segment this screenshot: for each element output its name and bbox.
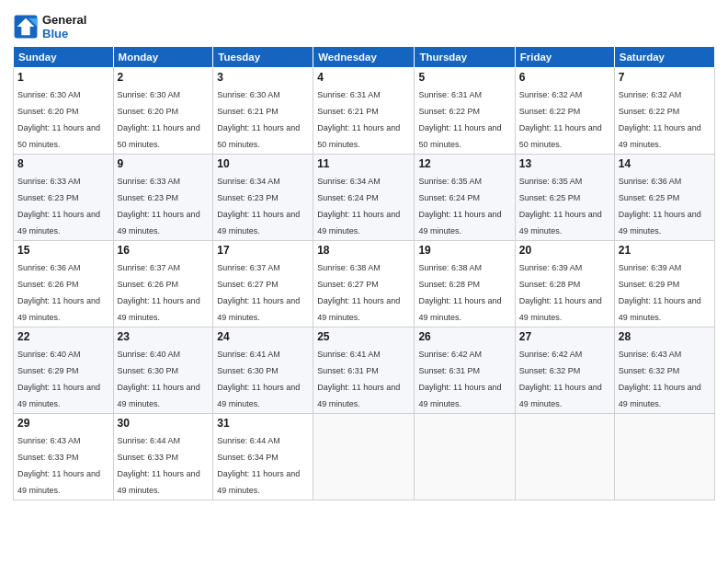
- day-info: Sunrise: 6:37 AMSunset: 6:27 PMDaylight:…: [217, 263, 300, 322]
- calendar-week-row: 1 Sunrise: 6:30 AMSunset: 6:20 PMDayligh…: [14, 68, 715, 155]
- calendar-cell: 20 Sunrise: 6:39 AMSunset: 6:28 PMDaylig…: [515, 241, 614, 327]
- day-info: Sunrise: 6:35 AMSunset: 6:25 PMDaylight:…: [519, 177, 602, 236]
- day-number: 31: [217, 417, 309, 430]
- calendar-week-row: 22 Sunrise: 6:40 AMSunset: 6:29 PMDaylig…: [14, 327, 715, 414]
- day-info: Sunrise: 6:36 AMSunset: 6:26 PMDaylight:…: [17, 263, 100, 322]
- calendar-week-row: 29 Sunrise: 6:43 AMSunset: 6:33 PMDaylig…: [14, 414, 715, 500]
- day-number: 7: [619, 71, 711, 84]
- day-info: Sunrise: 6:40 AMSunset: 6:29 PMDaylight:…: [17, 350, 100, 408]
- day-number: 22: [17, 330, 109, 343]
- calendar-col-saturday: Saturday: [614, 47, 714, 68]
- day-info: Sunrise: 6:40 AMSunset: 6:30 PMDaylight:…: [118, 350, 200, 408]
- calendar-week-row: 15 Sunrise: 6:36 AMSunset: 6:26 PMDaylig…: [14, 241, 715, 327]
- day-info: Sunrise: 6:38 AMSunset: 6:28 PMDaylight:…: [418, 263, 501, 322]
- calendar-cell: 21 Sunrise: 6:39 AMSunset: 6:29 PMDaylig…: [614, 241, 714, 327]
- logo: General Blue: [13, 13, 86, 40]
- day-number: 30: [118, 417, 210, 430]
- calendar-cell: 19 Sunrise: 6:38 AMSunset: 6:28 PMDaylig…: [415, 241, 515, 327]
- calendar-cell: 24 Sunrise: 6:41 AMSunset: 6:30 PMDaylig…: [213, 327, 313, 414]
- calendar-cell: 16 Sunrise: 6:37 AMSunset: 6:26 PMDaylig…: [113, 241, 213, 327]
- day-info: Sunrise: 6:41 AMSunset: 6:30 PMDaylight:…: [217, 350, 300, 408]
- calendar-col-thursday: Thursday: [415, 47, 515, 68]
- page: General Blue SundayMondayTuesdayWednesda…: [0, 0, 728, 563]
- calendar-cell: 25 Sunrise: 6:41 AMSunset: 6:31 PMDaylig…: [313, 327, 415, 414]
- calendar-col-tuesday: Tuesday: [213, 47, 313, 68]
- day-info: Sunrise: 6:31 AMSunset: 6:21 PMDaylight:…: [317, 90, 400, 149]
- calendar-cell: 8 Sunrise: 6:33 AMSunset: 6:23 PMDayligh…: [14, 155, 114, 241]
- calendar-col-wednesday: Wednesday: [313, 47, 415, 68]
- calendar-col-monday: Monday: [113, 47, 213, 68]
- day-info: Sunrise: 6:34 AMSunset: 6:24 PMDaylight:…: [317, 177, 400, 236]
- day-number: 10: [217, 157, 309, 170]
- calendar-cell: 22 Sunrise: 6:40 AMSunset: 6:29 PMDaylig…: [14, 327, 114, 414]
- day-info: Sunrise: 6:44 AMSunset: 6:33 PMDaylight:…: [118, 436, 200, 495]
- day-number: 26: [418, 330, 510, 343]
- day-info: Sunrise: 6:42 AMSunset: 6:31 PMDaylight:…: [418, 350, 501, 408]
- day-info: Sunrise: 6:42 AMSunset: 6:32 PMDaylight:…: [519, 350, 602, 408]
- calendar-cell: 26 Sunrise: 6:42 AMSunset: 6:31 PMDaylig…: [415, 327, 515, 414]
- day-info: Sunrise: 6:43 AMSunset: 6:32 PMDaylight:…: [619, 350, 701, 408]
- day-info: Sunrise: 6:36 AMSunset: 6:25 PMDaylight:…: [619, 177, 701, 236]
- day-info: Sunrise: 6:39 AMSunset: 6:29 PMDaylight:…: [619, 263, 701, 322]
- calendar-cell: 1 Sunrise: 6:30 AMSunset: 6:20 PMDayligh…: [14, 68, 114, 155]
- day-number: 24: [217, 330, 309, 343]
- day-number: 11: [317, 157, 410, 170]
- day-number: 17: [217, 244, 309, 257]
- day-info: Sunrise: 6:33 AMSunset: 6:23 PMDaylight:…: [17, 177, 100, 236]
- calendar-cell: 15 Sunrise: 6:36 AMSunset: 6:26 PMDaylig…: [14, 241, 114, 327]
- day-info: Sunrise: 6:32 AMSunset: 6:22 PMDaylight:…: [519, 90, 602, 149]
- calendar-cell: 5 Sunrise: 6:31 AMSunset: 6:22 PMDayligh…: [415, 68, 515, 155]
- day-number: 9: [118, 157, 210, 170]
- day-number: 16: [118, 244, 210, 257]
- calendar-week-row: 8 Sunrise: 6:33 AMSunset: 6:23 PMDayligh…: [14, 155, 715, 241]
- day-number: 20: [519, 244, 610, 257]
- day-info: Sunrise: 6:38 AMSunset: 6:27 PMDaylight:…: [317, 263, 400, 322]
- calendar-cell: 17 Sunrise: 6:37 AMSunset: 6:27 PMDaylig…: [213, 241, 313, 327]
- day-number: 8: [17, 157, 109, 170]
- day-info: Sunrise: 6:34 AMSunset: 6:23 PMDaylight:…: [217, 177, 300, 236]
- day-info: Sunrise: 6:30 AMSunset: 6:20 PMDaylight:…: [17, 90, 100, 149]
- day-number: 6: [519, 71, 610, 84]
- day-number: 5: [418, 71, 510, 84]
- calendar-header-row: SundayMondayTuesdayWednesdayThursdayFrid…: [14, 47, 715, 68]
- calendar-table: SundayMondayTuesdayWednesdayThursdayFrid…: [13, 46, 715, 500]
- calendar-cell: 11 Sunrise: 6:34 AMSunset: 6:24 PMDaylig…: [313, 155, 415, 241]
- day-number: 13: [519, 157, 610, 170]
- calendar-cell: 12 Sunrise: 6:35 AMSunset: 6:24 PMDaylig…: [415, 155, 515, 241]
- calendar-cell: 10 Sunrise: 6:34 AMSunset: 6:23 PMDaylig…: [213, 155, 313, 241]
- day-info: Sunrise: 6:41 AMSunset: 6:31 PMDaylight:…: [317, 350, 400, 408]
- day-info: Sunrise: 6:39 AMSunset: 6:28 PMDaylight:…: [519, 263, 602, 322]
- calendar-cell: 30 Sunrise: 6:44 AMSunset: 6:33 PMDaylig…: [113, 414, 213, 500]
- day-number: 27: [519, 330, 610, 343]
- calendar-cell: [415, 414, 515, 500]
- calendar-cell: 3 Sunrise: 6:30 AMSunset: 6:21 PMDayligh…: [213, 68, 313, 155]
- day-info: Sunrise: 6:33 AMSunset: 6:23 PMDaylight:…: [118, 177, 200, 236]
- calendar-cell: [614, 414, 714, 500]
- calendar-cell: 7 Sunrise: 6:32 AMSunset: 6:22 PMDayligh…: [614, 68, 714, 155]
- calendar-cell: 6 Sunrise: 6:32 AMSunset: 6:22 PMDayligh…: [515, 68, 614, 155]
- day-info: Sunrise: 6:43 AMSunset: 6:33 PMDaylight:…: [17, 436, 100, 495]
- day-number: 3: [217, 71, 309, 84]
- day-info: Sunrise: 6:37 AMSunset: 6:26 PMDaylight:…: [118, 263, 200, 322]
- day-number: 23: [118, 330, 210, 343]
- day-number: 29: [17, 417, 109, 430]
- day-number: 4: [317, 71, 410, 84]
- day-number: 28: [619, 330, 711, 343]
- calendar-col-friday: Friday: [515, 47, 614, 68]
- day-number: 12: [418, 157, 510, 170]
- day-info: Sunrise: 6:35 AMSunset: 6:24 PMDaylight:…: [418, 177, 501, 236]
- day-number: 19: [418, 244, 510, 257]
- logo-icon: [13, 14, 39, 40]
- day-number: 15: [17, 244, 109, 257]
- day-info: Sunrise: 6:31 AMSunset: 6:22 PMDaylight:…: [418, 90, 501, 149]
- calendar-cell: 29 Sunrise: 6:43 AMSunset: 6:33 PMDaylig…: [14, 414, 114, 500]
- day-number: 21: [619, 244, 711, 257]
- day-info: Sunrise: 6:32 AMSunset: 6:22 PMDaylight:…: [619, 90, 701, 149]
- calendar-cell: 28 Sunrise: 6:43 AMSunset: 6:32 PMDaylig…: [614, 327, 714, 414]
- calendar-cell: [515, 414, 614, 500]
- day-number: 14: [619, 157, 711, 170]
- calendar-cell: 27 Sunrise: 6:42 AMSunset: 6:32 PMDaylig…: [515, 327, 614, 414]
- day-number: 1: [17, 71, 109, 84]
- calendar-cell: 18 Sunrise: 6:38 AMSunset: 6:27 PMDaylig…: [313, 241, 415, 327]
- calendar-col-sunday: Sunday: [14, 47, 114, 68]
